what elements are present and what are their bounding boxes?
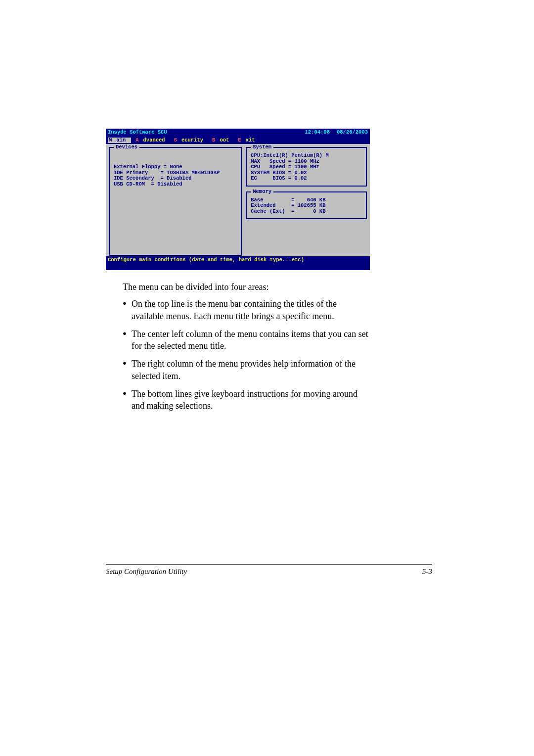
devices-panel: Devices External Floppy = None IDE Prima… (109, 147, 242, 256)
bios-titlebar: Insyde Software SCU 12:04:08 08/26/2003 (106, 129, 370, 137)
menu-security[interactable]: Security (174, 138, 208, 143)
menu-exit[interactable]: Exit (238, 138, 259, 143)
memory-content: Base = 640 KB Extended = 102655 KB Cache… (251, 197, 362, 215)
page-footer: Setup Configuration Utility 5-3 (106, 564, 432, 576)
list-item: The center left column of the menu conta… (123, 328, 370, 352)
bios-menubar: Main Advanced Security Boot Exit (106, 137, 370, 144)
memory-panel: Memory Base = 640 KB Extended = 102655 K… (246, 191, 367, 220)
footer-title: Setup Configuration Utility (106, 567, 187, 576)
system-panel: System CPU:Intel(R) Pentium(R) M MAX Spe… (246, 147, 367, 187)
bios-screenshot: Insyde Software SCU 12:04:08 08/26/2003 … (106, 129, 370, 270)
menu-boot[interactable]: Boot (212, 138, 233, 143)
system-content: CPU:Intel(R) Pentium(R) M MAX Speed = 11… (251, 153, 362, 182)
bullet-list: On the top line is the menu bar containi… (123, 298, 370, 412)
intro-paragraph: The menu can be divided into four areas: (123, 281, 370, 293)
bios-time: 12:04:08 (305, 130, 330, 136)
bios-title-text: Insyde Software SCU (108, 130, 167, 136)
memory-legend: Memory (251, 189, 273, 195)
list-item: The bottom lines give keyboard instructi… (123, 388, 370, 412)
menu-advanced[interactable]: Advanced (135, 138, 169, 143)
document-body: The menu can be divided into four areas:… (106, 281, 370, 412)
devices-legend: Devices (114, 144, 139, 150)
footer-page-number: 5-3 (422, 567, 432, 576)
list-item: The right column of the menu provides he… (123, 358, 370, 382)
bios-date: 08/26/2003 (337, 130, 368, 136)
bios-help-line: Configure main conditions (date and time… (106, 256, 370, 270)
devices-content: External Floppy = None IDE Primary = TOS… (114, 153, 237, 187)
system-legend: System (251, 144, 273, 150)
list-item: On the top line is the menu bar containi… (123, 298, 370, 322)
menu-main[interactable]: Main (108, 138, 131, 143)
